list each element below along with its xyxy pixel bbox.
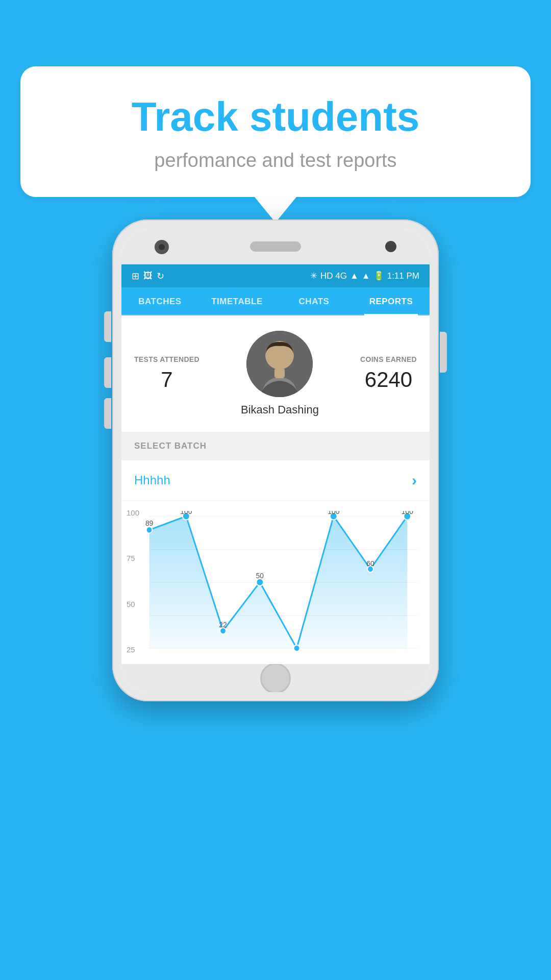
home-button[interactable] <box>260 663 291 693</box>
svg-rect-2 <box>274 368 285 378</box>
status-bar-left: ⊞ 🖼 ↻ <box>132 271 164 282</box>
tests-attended-block: TESTS ATTENDED 7 <box>134 355 199 392</box>
camera-lens <box>155 240 169 254</box>
svg-text:100: 100 <box>402 511 413 516</box>
y-label-50: 50 <box>127 600 139 608</box>
chart-area: 100 75 50 25 <box>121 501 430 664</box>
network-label: HD 4G <box>320 271 347 281</box>
tab-timetable[interactable]: TIMETABLE <box>198 287 276 314</box>
svg-point-8 <box>146 527 153 533</box>
batch-row[interactable]: Hhhhh › <box>121 460 430 501</box>
coins-earned-value: 6240 <box>360 368 417 392</box>
chart-y-labels: 100 75 50 25 <box>127 508 139 654</box>
coins-earned-block: COINS EARNED 6240 <box>360 355 417 392</box>
y-label-25: 25 <box>127 645 139 654</box>
speech-bubble: Track students perfomance and test repor… <box>20 66 531 197</box>
performance-chart: 89 100 22 50 100 60 100 <box>129 511 422 664</box>
svg-text:100: 100 <box>180 511 192 516</box>
avatar-block: Bikash Dashing <box>241 331 319 416</box>
bubble-title: Track students <box>51 94 500 139</box>
batch-name: Hhhhh <box>134 473 170 487</box>
nav-tabs: BATCHES TIMETABLE CHATS REPORTS <box>121 287 430 315</box>
battery-icon: 🔋 <box>373 271 384 281</box>
phone-top-bar <box>121 229 430 264</box>
phone-screen: ⊞ 🖼 ↻ ✳ HD 4G ▲ ▲ 🔋 1:11 PM <box>121 264 430 664</box>
profile-section: TESTS ATTENDED 7 <box>121 315 430 432</box>
svg-text:100: 100 <box>328 511 339 516</box>
tests-attended-value: 7 <box>134 368 199 392</box>
svg-text:22: 22 <box>219 620 227 628</box>
chevron-right-icon: › <box>412 472 417 489</box>
select-batch-label: SELECT BATCH <box>134 441 207 451</box>
tab-batches[interactable]: BATCHES <box>121 287 198 314</box>
sync-icon: ↻ <box>157 271 164 282</box>
svg-text:89: 89 <box>145 519 154 527</box>
tab-chats[interactable]: CHATS <box>276 287 353 314</box>
y-label-75: 75 <box>127 554 139 562</box>
user-name: Bikash Dashing <box>241 403 319 416</box>
y-label-100: 100 <box>127 508 139 517</box>
time-display: 1:11 PM <box>387 271 419 281</box>
bubble-subtitle: perfomance and test reports <box>51 150 500 172</box>
notification-icon: ⊞ <box>132 271 139 282</box>
image-icon: 🖼 <box>143 271 153 281</box>
phone-outer: ⊞ 🖼 ↻ ✳ HD 4G ▲ ▲ 🔋 1:11 PM <box>112 219 439 701</box>
tests-attended-label: TESTS ATTENDED <box>134 355 199 363</box>
phone-bottom-bar <box>121 664 430 692</box>
status-bar-right: ✳ HD 4G ▲ ▲ 🔋 1:11 PM <box>310 271 419 281</box>
status-bar: ⊞ 🖼 ↻ ✳ HD 4G ▲ ▲ 🔋 1:11 PM <box>121 264 430 287</box>
speaker-grill <box>250 241 301 252</box>
select-batch-header: SELECT BATCH <box>121 432 430 460</box>
face-sensor <box>385 241 396 252</box>
signal-icon-2: ▲ <box>362 271 370 281</box>
phone-mockup: ⊞ 🖼 ↻ ✳ HD 4G ▲ ▲ 🔋 1:11 PM <box>112 219 439 701</box>
bluetooth-icon: ✳ <box>310 271 317 281</box>
svg-text:50: 50 <box>256 572 264 580</box>
svg-text:60: 60 <box>366 559 374 567</box>
tab-reports[interactable]: REPORTS <box>353 287 430 314</box>
avatar <box>246 331 313 397</box>
phone-inner: ⊞ 🖼 ↻ ✳ HD 4G ▲ ▲ 🔋 1:11 PM <box>121 229 430 692</box>
avatar-svg <box>246 331 313 397</box>
svg-point-12 <box>294 645 300 651</box>
signal-icon: ▲ <box>350 271 359 281</box>
coins-earned-label: COINS EARNED <box>360 355 417 363</box>
